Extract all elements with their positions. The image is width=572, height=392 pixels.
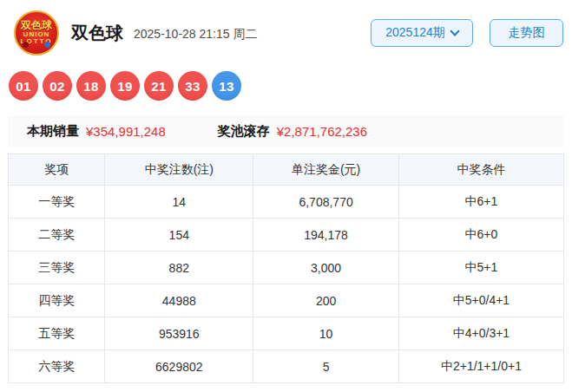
table-row: 二等奖154194,178中6+0 (9, 219, 564, 252)
table-row: 五等奖95391610中4+0/3+1 (9, 317, 564, 350)
column-header: 奖项 (9, 154, 105, 186)
lottery-result-page: 双色球 UNION LOTTO 双色球 2025-10-28 21:15 周二 … (0, 0, 572, 383)
table-row: 六等奖66298025中2+1/1+1/0+1 (9, 350, 564, 383)
prize-level-cell: 四等奖 (9, 284, 105, 317)
column-header: 单注奖金(元) (253, 154, 399, 186)
ball-blue-13: 13 (212, 71, 241, 101)
table-row: 三等奖8823,000中5+1 (9, 252, 564, 284)
prize-level-cell: 三等奖 (9, 252, 105, 284)
prize-amount-cell: 3,000 (253, 252, 399, 284)
column-header: 中奖注数(注) (105, 154, 253, 186)
winners-count-cell: 44988 (105, 284, 253, 317)
ball-red-33: 33 (178, 71, 207, 101)
sales-value: ¥354,991,248 (86, 124, 166, 139)
prize-amount-cell: 194,178 (253, 219, 399, 252)
balls-row: 01021819213313 (9, 71, 564, 101)
win-condition-cell: 中5+1 (398, 252, 563, 284)
page-title: 双色球 (71, 22, 123, 45)
winners-count-cell: 154 (105, 219, 253, 252)
ball-red-21: 21 (144, 71, 174, 101)
period-dropdown-label: 2025124期 (385, 25, 445, 41)
win-condition-cell: 中2+1/1+1/0+1 (398, 350, 563, 383)
ball-red-18: 18 (76, 71, 106, 101)
pool-label: 奖池滚存 (218, 123, 270, 140)
prize-amount-cell: 5 (253, 350, 399, 383)
prize-level-cell: 五等奖 (9, 317, 105, 350)
ball-red-01: 01 (9, 71, 38, 101)
table-row: 一等奖146,708,770中6+1 (9, 186, 564, 219)
prize-amount-cell: 6,708,770 (253, 186, 399, 219)
win-condition-cell: 中6+1 (398, 186, 563, 219)
ball-red-19: 19 (110, 71, 140, 101)
win-condition-cell: 中6+0 (398, 219, 563, 252)
win-condition-cell: 中4+0/3+1 (398, 317, 563, 350)
prize-amount-cell: 200 (253, 284, 399, 317)
ball-red-02: 02 (43, 71, 72, 101)
prize-level-cell: 二等奖 (9, 219, 105, 252)
header: 双色球 UNION LOTTO 双色球 2025-10-28 21:15 周二 … (8, 9, 564, 57)
header-actions: 2025124期 走势图 (371, 19, 564, 47)
logo-red-ball-icon (23, 42, 29, 48)
winners-count-cell: 953916 (105, 317, 253, 350)
trend-chart-button[interactable]: 走势图 (490, 19, 563, 47)
prize-table: 奖项中奖注数(注)单注奖金(元)中奖条件 一等奖146,708,770中6+1二… (8, 154, 564, 383)
summary-bar: 本期销量 ¥354,991,248 奖池滚存 ¥2,871,762,236 (8, 115, 564, 147)
prize-table-body: 一等奖146,708,770中6+1二等奖154194,178中6+0三等奖88… (9, 186, 564, 383)
logo-blue-ball-icon (44, 42, 50, 48)
pool-value: ¥2,871,762,236 (277, 124, 367, 139)
prize-table-header-row: 奖项中奖注数(注)单注奖金(元)中奖条件 (9, 154, 564, 186)
chevron-down-icon (450, 26, 459, 36)
prize-level-cell: 六等奖 (9, 350, 105, 383)
prize-amount-cell: 10 (253, 317, 399, 350)
winners-count-cell: 14 (105, 186, 253, 219)
table-row: 四等奖44988200中5+0/4+1 (9, 284, 564, 317)
win-condition-cell: 中5+0/4+1 (398, 284, 563, 317)
winners-count-cell: 6629802 (105, 350, 253, 383)
sales-label: 本期销量 (27, 123, 79, 140)
winners-count-cell: 882 (105, 252, 253, 284)
union-lotto-logo-icon: 双色球 UNION LOTTO (14, 10, 59, 56)
column-header: 中奖条件 (398, 154, 563, 186)
prize-level-cell: 一等奖 (9, 186, 105, 219)
period-dropdown[interactable]: 2025124期 (371, 19, 473, 47)
draw-datetime: 2025-10-28 21:15 周二 (134, 27, 257, 42)
